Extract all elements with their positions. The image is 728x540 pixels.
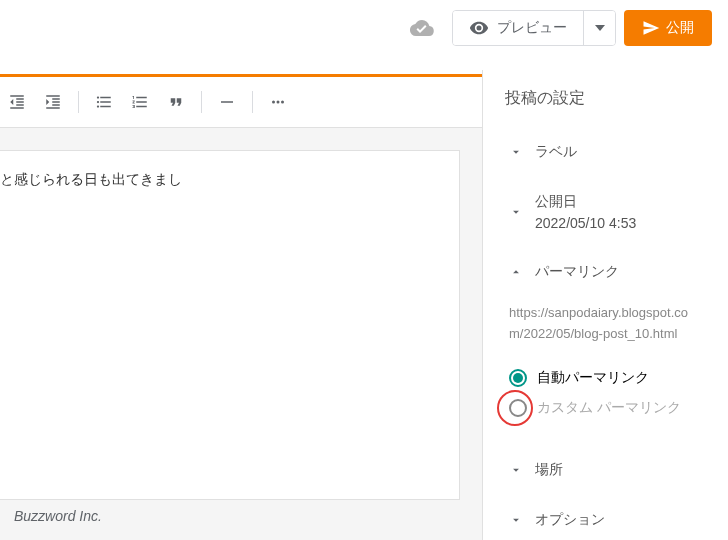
content-editor[interactable]: と感じられる日も出てきまし (0, 150, 460, 500)
permalink-section[interactable]: パーマリンク (505, 247, 706, 297)
bullet-list-icon (95, 93, 113, 111)
radio-selected-icon (509, 369, 527, 387)
published-datetime: 2022/05/10 4:53 (535, 215, 636, 231)
svg-point-1 (272, 101, 275, 104)
indent-icon (44, 93, 62, 111)
horizontal-rule-button[interactable] (212, 87, 242, 117)
quote-button[interactable] (161, 87, 191, 117)
permalink-custom-label: カスタム パーマリンク (537, 399, 681, 417)
indent-button[interactable] (38, 87, 68, 117)
outdent-button[interactable] (2, 87, 32, 117)
published-title: 公開日 (535, 193, 636, 211)
svg-point-2 (277, 101, 280, 104)
content-wrap: と感じられる日も出てきまし Buzzword Inc. (0, 128, 482, 540)
permalink-auto-label: 自動パーマリンク (537, 369, 649, 387)
location-title: 場所 (535, 461, 563, 479)
cloud-saved-icon (408, 14, 436, 42)
chevron-down-icon (595, 25, 605, 31)
main-area: と感じられる日も出てきまし Buzzword Inc. 投稿の設定 ラベル 公開… (0, 70, 728, 540)
chevron-down-icon (509, 145, 523, 159)
preview-group: プレビュー (452, 10, 616, 46)
svg-point-3 (281, 101, 284, 104)
permalink-url: https://sanpodaiary.blogspot.com/2022/05… (505, 297, 706, 363)
svg-rect-0 (221, 101, 233, 103)
permalink-auto-radio[interactable]: 自動パーマリンク (505, 363, 706, 393)
preview-dropdown-button[interactable] (583, 11, 615, 45)
permalink-custom-radio[interactable]: カスタム パーマリンク (505, 393, 706, 423)
chevron-down-icon (509, 205, 523, 219)
eye-icon (469, 18, 489, 38)
horizontal-rule-icon (218, 93, 236, 111)
bullet-list-button[interactable] (89, 87, 119, 117)
published-section[interactable]: 公開日 2022/05/10 4:53 (505, 177, 706, 247)
labels-section[interactable]: ラベル (505, 127, 706, 177)
options-section[interactable]: オプション (505, 495, 706, 540)
formatting-toolbar (0, 77, 482, 128)
content-text: と感じられる日も出てきまし (0, 171, 182, 187)
location-section[interactable]: 場所 (505, 445, 706, 495)
numbered-list-icon (131, 93, 149, 111)
preview-button[interactable]: プレビュー (453, 11, 583, 45)
settings-title: 投稿の設定 (505, 88, 706, 109)
preview-label: プレビュー (497, 19, 567, 37)
outdent-icon (8, 93, 26, 111)
more-icon (269, 93, 287, 111)
title-divider (0, 70, 482, 77)
labels-title: ラベル (535, 143, 577, 161)
more-button[interactable] (263, 87, 293, 117)
editor-column: と感じられる日も出てきまし Buzzword Inc. (0, 70, 483, 540)
chevron-up-icon (509, 265, 523, 279)
send-icon (642, 19, 660, 37)
quote-icon (167, 93, 185, 111)
publish-label: 公開 (666, 19, 694, 37)
footer-copyright: Buzzword Inc. (14, 508, 102, 524)
chevron-down-icon (509, 463, 523, 477)
publish-button[interactable]: 公開 (624, 10, 712, 46)
options-title: オプション (535, 511, 605, 529)
topbar: プレビュー 公開 (0, 0, 728, 70)
toolbar-separator (201, 91, 202, 113)
chevron-down-icon (509, 513, 523, 527)
permalink-title: パーマリンク (535, 263, 619, 281)
settings-sidebar: 投稿の設定 ラベル 公開日 2022/05/10 4:53 パーマリンク htt… (483, 70, 728, 540)
toolbar-separator (78, 91, 79, 113)
toolbar-separator (252, 91, 253, 113)
radio-unselected-icon (509, 399, 527, 417)
numbered-list-button[interactable] (125, 87, 155, 117)
